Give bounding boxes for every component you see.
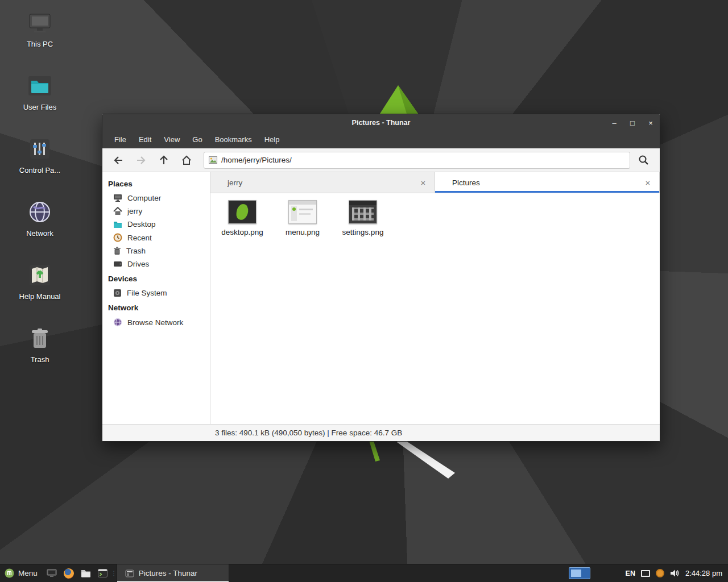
sidebar-section-devices: Devices — [102, 271, 210, 286]
sidebar-item-label: jerry — [127, 207, 142, 215]
terminal-icon — [98, 569, 107, 577]
status-bar: 3 files: 490.1 kB (490,050 bytes) | Free… — [102, 424, 660, 441]
display-tray-button[interactable] — [641, 570, 650, 577]
menu-edit[interactable]: Edit — [133, 131, 158, 148]
sidebar-item-trash[interactable]: Trash — [102, 244, 210, 257]
globe-icon — [113, 318, 122, 327]
sidebar-item-label: Recent — [127, 234, 152, 242]
task-button-label: Pictures - Thunar — [139, 569, 197, 577]
sidebar-section-places: Places — [102, 176, 210, 192]
desktop-icon-label: Control Pa... — [13, 166, 67, 174]
system-monitor-widget[interactable] — [569, 567, 590, 579]
sidebar-item-label: File System — [127, 289, 167, 297]
trash-icon — [113, 247, 121, 255]
show-desktop-button[interactable] — [43, 564, 60, 582]
volume-button[interactable] — [670, 569, 680, 577]
display-icon — [641, 570, 650, 577]
sidebar-item-computer[interactable]: Computer — [102, 192, 210, 205]
show-desktop-icon — [47, 569, 57, 577]
sidebar-item-desktop[interactable]: Desktop — [102, 218, 210, 231]
tab-jerry[interactable]: jerry × — [210, 172, 435, 193]
menu-button-label: Menu — [18, 569, 38, 577]
desktop-icon-control-panel[interactable]: Control Pa... — [13, 135, 67, 174]
tab-bar: jerry × Pictures × — [210, 172, 660, 193]
menu-help[interactable]: Help — [258, 131, 286, 148]
update-notifier-button[interactable] — [656, 569, 664, 577]
control-panel-icon — [26, 135, 53, 163]
sidebar-item-label: Browse Network — [127, 318, 183, 327]
search-button[interactable] — [632, 151, 654, 169]
keyboard-layout-indicator[interactable]: EN — [626, 569, 635, 577]
help-manual-icon — [26, 261, 53, 289]
menu-button[interactable]: Menu — [0, 564, 43, 582]
sidebar-item-jerry[interactable]: jerry — [102, 205, 210, 218]
desktop-icon-user-files[interactable]: User Files — [13, 72, 67, 111]
folder-icon — [26, 72, 53, 99]
path-bar[interactable]: /home/jerry/Pictures/ — [204, 152, 630, 169]
file-name: desktop.png — [215, 228, 270, 236]
wallpaper-streak-accent — [347, 438, 472, 489]
firefox-launcher[interactable] — [60, 564, 77, 582]
desktop-icon-label: Network — [13, 229, 67, 238]
thunar-window: Pictures - Thunar – □ × File Edit View G… — [102, 114, 660, 442]
sidebar-item-file-system[interactable]: File System — [102, 286, 210, 300]
drive-icon — [113, 260, 122, 268]
network-globe-icon — [26, 198, 53, 226]
file-manager-launcher[interactable] — [77, 564, 94, 582]
sidebar-item-label: Drives — [127, 260, 149, 268]
titlebar[interactable]: Pictures - Thunar – □ × — [102, 114, 660, 131]
close-button[interactable]: × — [642, 114, 660, 131]
desktop-icon-label: Trash — [13, 355, 67, 364]
sidebar-section-network: Network — [102, 300, 210, 315]
sidebar-item-label: Trash — [126, 247, 146, 255]
menu-view[interactable]: View — [158, 131, 186, 148]
computer-icon — [26, 9, 53, 36]
thunar-task-icon — [125, 569, 134, 577]
menu-bookmarks[interactable]: Bookmarks — [209, 131, 258, 148]
home-button[interactable] — [176, 151, 197, 169]
file-name: settings.png — [336, 228, 390, 236]
file-thumbnail — [288, 200, 317, 224]
tab-label: Pictures — [452, 178, 480, 187]
menu-file[interactable]: File — [108, 131, 133, 148]
desktop-icon-label: This PC — [13, 40, 67, 48]
window-content: Places Computer jerry Desktop Recent Tra… — [102, 172, 660, 424]
minimize-button[interactable]: – — [605, 114, 623, 131]
clock[interactable]: 2:44:28 pm — [685, 569, 722, 577]
tab-label: jerry — [228, 178, 242, 187]
tab-close-icon[interactable]: × — [417, 177, 429, 188]
sidebar-item-label: Computer — [127, 194, 161, 202]
desktop-icon-help-manual[interactable]: Help Manual — [13, 261, 67, 301]
tab-close-icon[interactable]: × — [642, 177, 653, 188]
tab-pictures[interactable]: Pictures × — [435, 172, 660, 193]
update-notifier-icon — [656, 569, 664, 577]
search-icon — [638, 155, 649, 165]
sidebar-item-drives[interactable]: Drives — [102, 257, 210, 271]
sidebar-item-recent[interactable]: Recent — [102, 231, 210, 244]
terminal-launcher[interactable] — [94, 564, 111, 582]
file-menu-png[interactable]: menu.png — [275, 200, 330, 236]
filesystem-icon — [113, 289, 122, 297]
image-file-icon — [209, 156, 217, 164]
task-button-thunar[interactable]: Pictures - Thunar — [117, 564, 229, 582]
desktop-icon-this-pc[interactable]: This PC — [13, 9, 67, 48]
forward-button[interactable] — [131, 151, 151, 169]
system-tray: EN 2:44:28 pm — [569, 564, 728, 582]
system-monitor-icon — [569, 567, 590, 579]
file-desktop-png[interactable]: desktop.png — [215, 200, 270, 236]
back-button[interactable] — [108, 151, 129, 169]
desktop-icon-network[interactable]: Network — [13, 198, 67, 238]
menu-go[interactable]: Go — [186, 131, 208, 148]
main-pane: jerry × Pictures × desktop.png menu — [210, 172, 660, 424]
maximize-button[interactable]: □ — [623, 114, 642, 131]
file-view[interactable]: desktop.png menu.png settings.png — [210, 193, 660, 424]
window-title: Pictures - Thunar — [102, 119, 660, 127]
file-settings-png[interactable]: settings.png — [336, 200, 390, 236]
up-button[interactable] — [154, 151, 174, 169]
desktop-icon-trash[interactable]: Trash — [13, 325, 67, 364]
toolbar: /home/jerry/Pictures/ — [102, 148, 660, 172]
status-text: 3 files: 490.1 kB (490,050 bytes) | Free… — [215, 429, 402, 437]
taskbar-separator: ⋮ — [111, 564, 117, 582]
sidebar-item-browse-network[interactable]: Browse Network — [102, 315, 210, 329]
file-thumbnail — [349, 200, 377, 224]
